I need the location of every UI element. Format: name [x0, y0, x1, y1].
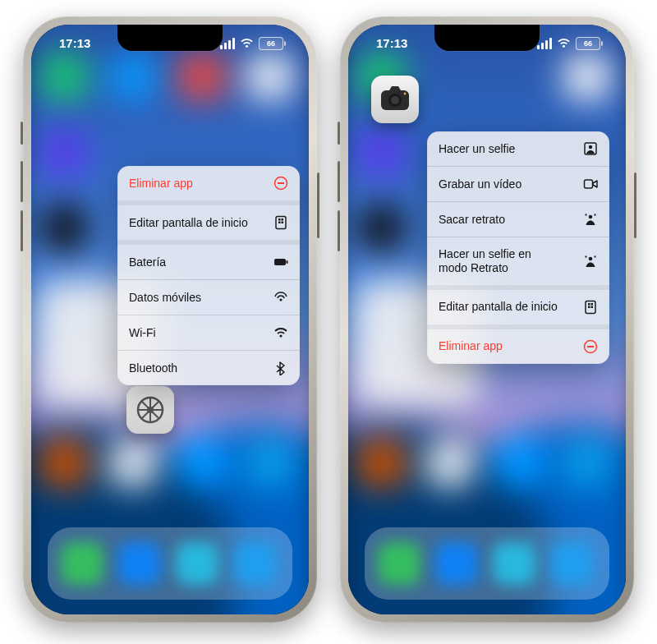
power-button [317, 172, 319, 238]
portrait-icon [583, 212, 598, 227]
power-button [634, 172, 636, 238]
bluetooth-icon [273, 361, 288, 375]
menu-item-video[interactable]: Grabar un vídeo [427, 166, 609, 201]
menu-item-battery[interactable]: Batería [117, 240, 300, 279]
menu-item-cellular[interactable]: Datos móviles [117, 279, 300, 315]
delete-icon [273, 176, 288, 191]
menu-item-label: Wi-Fi [129, 326, 265, 340]
volume-up-button [338, 161, 340, 202]
video-icon [583, 177, 598, 191]
status-bar: 17:13 66 [348, 34, 626, 59]
menu-item-label: Datos móviles [129, 291, 265, 305]
menu-item-wifi[interactable]: Wi-Fi [117, 315, 300, 350]
context-menu: Hacer un selfieGrabar un vídeoSacar retr… [427, 131, 609, 364]
cellular-icon [273, 290, 288, 305]
menu-item-label: Eliminar app [439, 339, 575, 353]
status-bar: 17:13 66 [31, 34, 309, 59]
menu-item-portrait[interactable]: Sacar retrato [427, 201, 609, 237]
mute-switch [21, 122, 23, 145]
signal-icon [537, 38, 552, 49]
menu-item-label: Eliminar app [129, 177, 265, 191]
phone-frame-right: 17:13 66 Hacer un selfieGrabar un vídeoS… [340, 16, 634, 623]
menu-item-label: Hacer un selfie en modo Retrato [439, 247, 575, 275]
menu-item-label: Batería [129, 255, 265, 269]
phone-frame-left: 17:13 66 Eliminar appEditar pantalla de … [23, 16, 317, 623]
volume-down-button [338, 210, 340, 251]
mute-switch [338, 122, 340, 145]
menu-item-delete[interactable]: Eliminar app [117, 166, 300, 200]
battery-icon [273, 255, 288, 269]
edit-home-icon [583, 300, 598, 315]
portrait-selfie-icon [583, 254, 598, 269]
volume-up-button [21, 161, 23, 202]
status-time: 17:13 [59, 36, 90, 50]
dock [365, 527, 609, 600]
screen: 17:13 66 Hacer un selfieGrabar un vídeoS… [348, 25, 626, 614]
app-icon-settings[interactable] [126, 386, 174, 434]
wifi-status-icon [557, 36, 571, 50]
status-time: 17:13 [376, 36, 407, 50]
battery-status-icon: 66 [259, 37, 286, 50]
menu-item-label: Editar pantalla de inicio [129, 216, 265, 230]
menu-item-label: Grabar un vídeo [439, 177, 575, 191]
menu-item-portrait-selfie[interactable]: Hacer un selfie en modo Retrato [427, 237, 609, 285]
menu-item-bluetooth[interactable]: Bluetooth [117, 350, 300, 385]
delete-icon [583, 339, 598, 354]
app-icon-camera[interactable] [371, 76, 419, 123]
wifi-icon [273, 325, 288, 340]
camera-icon [379, 83, 411, 116]
context-menu: Eliminar appEditar pantalla de inicioBat… [117, 166, 300, 385]
battery-status-icon: 66 [576, 37, 603, 50]
selfie-icon [583, 141, 598, 156]
wifi-status-icon [240, 36, 254, 50]
signal-icon [220, 38, 235, 49]
menu-item-label: Hacer un selfie [439, 142, 575, 156]
menu-item-label: Sacar retrato [439, 213, 575, 227]
edit-home-icon [273, 215, 288, 230]
screen: 17:13 66 Eliminar appEditar pantalla de … [31, 25, 309, 614]
privacy-indicator [607, 28, 611, 32]
menu-item-edit-home[interactable]: Editar pantalla de inicio [117, 200, 300, 240]
settings-icon [134, 393, 167, 426]
dock [48, 527, 292, 600]
menu-item-edit-home[interactable]: Editar pantalla de inicio [427, 285, 609, 324]
menu-item-selfie[interactable]: Hacer un selfie [427, 131, 609, 166]
volume-down-button [21, 210, 23, 251]
menu-item-delete[interactable]: Eliminar app [427, 324, 609, 364]
menu-item-label: Editar pantalla de inicio [439, 300, 575, 314]
menu-item-label: Bluetooth [129, 361, 265, 375]
